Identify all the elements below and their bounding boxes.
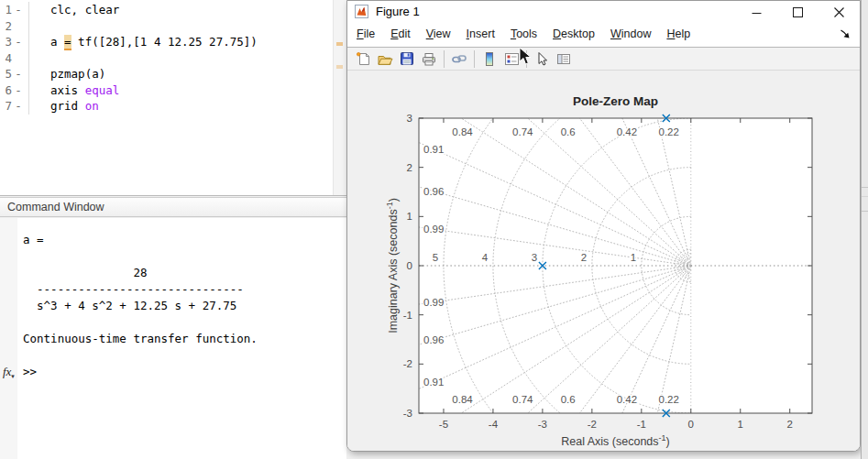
dock-figure-arrow-icon[interactable] — [840, 28, 851, 39]
svg-text:1: 1 — [631, 252, 636, 263]
matlab-logo-icon — [355, 5, 368, 18]
menu-item-tools[interactable]: Tools — [504, 23, 544, 40]
figure-titlebar[interactable]: Figure 1 — [347, 1, 860, 23]
svg-text:0.74: 0.74 — [512, 126, 533, 137]
svg-text:5: 5 — [433, 252, 438, 263]
svg-text:1: 1 — [738, 419, 743, 430]
code-line[interactable]: 3-a = tf([28],[1 4 12.25 27.75]) — [0, 34, 334, 50]
svg-text:0.84: 0.84 — [452, 126, 473, 137]
code-line[interactable]: 6-axis equal — [0, 82, 334, 99]
line-number-gutter[interactable]: 1- — [0, 2, 29, 18]
svg-text:-4: -4 — [489, 419, 499, 430]
open-file-icon[interactable] — [374, 49, 396, 69]
code-line[interactable]: 5-pzmap(a) — [0, 66, 334, 82]
property-inspector-icon[interactable] — [553, 49, 575, 69]
save-figure-icon[interactable] — [396, 49, 418, 69]
svg-text:1: 1 — [407, 211, 412, 222]
svg-text:0.6: 0.6 — [561, 394, 576, 405]
toolbar-separator — [474, 50, 475, 68]
maximize-button-icon[interactable] — [777, 1, 819, 23]
code-text[interactable]: clc, clear — [29, 2, 119, 18]
command-window-gutter — [0, 218, 17, 459]
background-window-scrollbar[interactable] — [861, 0, 868, 459]
svg-text:0.99: 0.99 — [423, 297, 444, 308]
menu-item-file[interactable]: File — [350, 23, 381, 40]
svg-text:0.91: 0.91 — [423, 144, 444, 155]
svg-text:2: 2 — [581, 252, 587, 263]
svg-text:0.91: 0.91 — [423, 377, 444, 388]
editor-pane[interactable]: 1-clc, clear23-a = tf([28],[1 4 12.25 27… — [0, 0, 346, 196]
svg-text:-1: -1 — [637, 419, 646, 430]
mlint-warning-marker[interactable] — [336, 65, 343, 69]
code-text[interactable]: grid on — [29, 98, 99, 115]
code-text[interactable]: axis equal — [29, 82, 119, 99]
menu-item-edit[interactable]: Edit — [384, 23, 417, 40]
svg-text:0.42: 0.42 — [617, 394, 637, 405]
new-figure-icon[interactable] — [352, 49, 374, 69]
svg-text:2: 2 — [407, 162, 412, 173]
link-plot-icon[interactable] — [448, 49, 470, 69]
svg-text:Imaginary Axis (seconds-1): Imaginary Axis (seconds-1) — [385, 198, 400, 333]
editor-code[interactable]: 1-clc, clear23-a = tf([28],[1 4 12.25 27… — [0, 2, 334, 195]
figure-toolbar — [347, 47, 860, 71]
svg-text:3: 3 — [407, 113, 412, 124]
figure-canvas: -5-4-3-2-1012-3-2-101230.840.840.740.740… — [347, 71, 861, 452]
code-line[interactable]: 2 — [0, 18, 334, 35]
svg-text:-1: -1 — [403, 310, 412, 321]
line-number-gutter[interactable]: 7- — [0, 98, 29, 115]
code-text[interactable] — [29, 18, 50, 35]
svg-text:4: 4 — [482, 252, 489, 263]
svg-text:-3: -3 — [403, 408, 412, 419]
svg-text:0.22: 0.22 — [658, 394, 678, 405]
figure-menubar: FileEditViewInsertToolsDesktopWindowHelp — [347, 23, 860, 47]
code-line[interactable]: 7-grid on — [0, 98, 334, 115]
code-line[interactable]: 1-clc, clear — [0, 2, 334, 18]
command-window-output[interactable]: a = 28 ------------------------------ s^… — [23, 232, 258, 380]
svg-text:Pole-Zero Map: Pole-Zero Map — [573, 94, 658, 108]
menu-item-view[interactable]: View — [420, 23, 457, 40]
code-line[interactable]: 4 — [0, 50, 334, 67]
menu-item-window[interactable]: Window — [604, 23, 657, 40]
svg-text:-2: -2 — [588, 419, 597, 430]
toolbar-separator — [444, 50, 445, 68]
menu-item-desktop[interactable]: Desktop — [546, 23, 601, 40]
svg-text:0.96: 0.96 — [423, 186, 444, 197]
menu-item-help[interactable]: Help — [660, 23, 697, 40]
svg-text:Real Axis (seconds-1): Real Axis (seconds-1) — [561, 433, 670, 448]
print-figure-icon[interactable] — [418, 49, 440, 69]
svg-text:0.74: 0.74 — [512, 394, 533, 405]
command-window-header: Command Window — [0, 197, 346, 217]
mlint-warning-marker[interactable] — [336, 42, 343, 46]
mouse-cursor-icon — [519, 47, 533, 66]
svg-text:0.22: 0.22 — [658, 126, 678, 137]
fx-hints-icon[interactable]: fx▼ — [3, 365, 11, 379]
svg-text:0.42: 0.42 — [617, 126, 637, 137]
svg-text:3: 3 — [532, 252, 537, 263]
line-number-gutter[interactable]: 2 — [0, 18, 29, 35]
menu-item-insert[interactable]: Insert — [460, 23, 501, 40]
pole-zero-plot: -5-4-3-2-1012-3-2-101230.840.840.740.740… — [347, 71, 861, 452]
code-text[interactable] — [29, 50, 50, 67]
minimize-button-icon[interactable] — [736, 1, 777, 23]
close-button-icon[interactable] — [819, 1, 860, 23]
line-number-gutter[interactable]: 5- — [0, 66, 29, 82]
svg-text:0.6: 0.6 — [561, 126, 576, 137]
command-window[interactable]: a = 28 ------------------------------ s^… — [0, 218, 346, 459]
code-text[interactable]: a = tf([28],[1 4 12.25 27.75]) — [29, 34, 258, 50]
insert-colorbar-icon[interactable] — [478, 49, 500, 69]
svg-text:0.84: 0.84 — [452, 394, 473, 405]
svg-text:2: 2 — [787, 419, 793, 430]
line-number-gutter[interactable]: 6- — [0, 82, 29, 99]
svg-text:-3: -3 — [538, 419, 547, 430]
code-text[interactable]: pzmap(a) — [29, 66, 105, 82]
svg-text:0.99: 0.99 — [423, 224, 444, 235]
line-number-gutter[interactable]: 4 — [0, 50, 29, 67]
svg-text:0.96: 0.96 — [423, 334, 444, 345]
svg-text:0: 0 — [688, 419, 694, 430]
mlint-indicator-strip[interactable] — [333, 0, 346, 195]
figure-window-title: Figure 1 — [376, 5, 420, 18]
edit-plot-icon[interactable] — [531, 49, 553, 69]
figure-window[interactable]: Figure 1 FileEditViewInsertToolsDesktopW… — [346, 0, 861, 452]
svg-text:-5: -5 — [439, 419, 448, 430]
line-number-gutter[interactable]: 3- — [0, 34, 29, 50]
